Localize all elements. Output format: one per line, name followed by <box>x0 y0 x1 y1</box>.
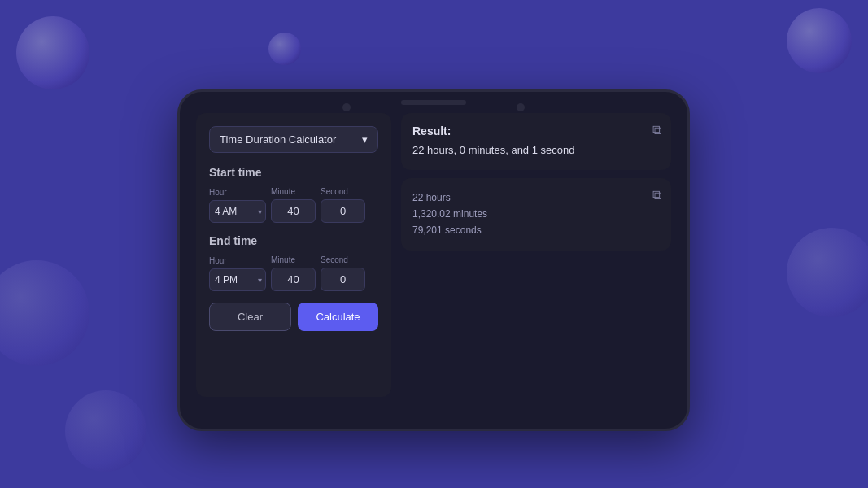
start-second-group: Second <box>321 187 365 223</box>
tablet-camera-right <box>517 103 525 111</box>
decorative-sphere-bottom-left <box>65 390 146 472</box>
result-title: Result: <box>412 124 660 137</box>
dropdown-arrow-icon: ▾ <box>362 133 368 146</box>
calculator-panel: Time Duration Calculator ▾ Start time Ho… <box>196 113 391 397</box>
tablet-speaker <box>401 100 466 105</box>
tablet-content: Time Duration Calculator ▾ Start time Ho… <box>180 113 687 413</box>
tablet-top-bar <box>180 92 687 113</box>
end-minute-group: Minute <box>271 255 316 291</box>
decorative-sphere-mid-left <box>0 260 89 366</box>
decorative-sphere-mid-right <box>787 228 868 317</box>
result-detail: 22 hours 1,320.02 minutes 79,201 seconds <box>412 190 660 239</box>
end-hour-group: Hour 4 PM 5 PM 6 PM <box>209 256 266 291</box>
decorative-sphere-top-middle <box>268 33 301 65</box>
detail-minutes: 1,320.02 minutes <box>412 206 660 222</box>
main-result-card: Result: 22 hours, 0 minutes, and 1 secon… <box>401 113 671 170</box>
start-time-label: Start time <box>209 166 378 179</box>
start-time-section: Start time Hour 4 AM 5 AM 6 AM <box>209 166 378 223</box>
calculator-type-dropdown[interactable]: Time Duration Calculator ▾ <box>209 126 378 153</box>
end-hour-select[interactable]: 4 PM 5 PM 6 PM <box>209 268 266 291</box>
start-minute-input[interactable] <box>271 199 316 223</box>
copy-icon-main[interactable]: ⧉ <box>652 123 661 137</box>
end-hour-label: Hour <box>209 256 266 265</box>
dropdown-label: Time Duration Calculator <box>220 133 336 146</box>
end-second-label: Second <box>321 255 365 264</box>
action-buttons: Clear Calculate <box>209 303 378 331</box>
start-hour-select-wrapper: 4 AM 5 AM 6 AM <box>209 200 266 223</box>
detail-result-card: 22 hours 1,320.02 minutes 79,201 seconds… <box>401 178 671 251</box>
tablet-camera-left <box>342 103 351 111</box>
copy-icon-detail[interactable]: ⧉ <box>652 188 661 203</box>
start-minute-group: Minute <box>271 187 316 223</box>
start-hour-group: Hour 4 AM 5 AM 6 AM <box>209 188 266 223</box>
start-hour-label: Hour <box>209 188 266 197</box>
start-second-input[interactable] <box>321 199 365 223</box>
end-time-label: End time <box>209 234 378 247</box>
end-time-fields: Hour 4 PM 5 PM 6 PM Minute <box>209 255 378 291</box>
end-second-input[interactable] <box>321 268 365 291</box>
end-time-section: End time Hour 4 PM 5 PM 6 PM M <box>209 234 378 291</box>
start-minute-label: Minute <box>271 187 316 196</box>
detail-seconds: 79,201 seconds <box>412 222 660 238</box>
results-panel: Result: 22 hours, 0 minutes, and 1 secon… <box>401 113 671 397</box>
end-minute-label: Minute <box>271 255 316 264</box>
clear-button[interactable]: Clear <box>209 303 291 331</box>
end-minute-input[interactable] <box>271 268 316 291</box>
decorative-sphere-top-right <box>787 8 852 73</box>
tablet-device: Time Duration Calculator ▾ Start time Ho… <box>177 89 690 431</box>
detail-hours: 22 hours <box>412 190 660 206</box>
start-second-label: Second <box>321 187 365 196</box>
start-hour-select[interactable]: 4 AM 5 AM 6 AM <box>209 200 266 223</box>
end-second-group: Second <box>321 255 365 291</box>
start-time-fields: Hour 4 AM 5 AM 6 AM Minute <box>209 187 378 223</box>
end-hour-select-wrapper: 4 PM 5 PM 6 PM <box>209 268 266 291</box>
result-main-value: 22 hours, 0 minutes, and 1 second <box>412 142 660 159</box>
calculate-button[interactable]: Calculate <box>298 303 378 331</box>
decorative-sphere-top-left <box>16 16 89 89</box>
